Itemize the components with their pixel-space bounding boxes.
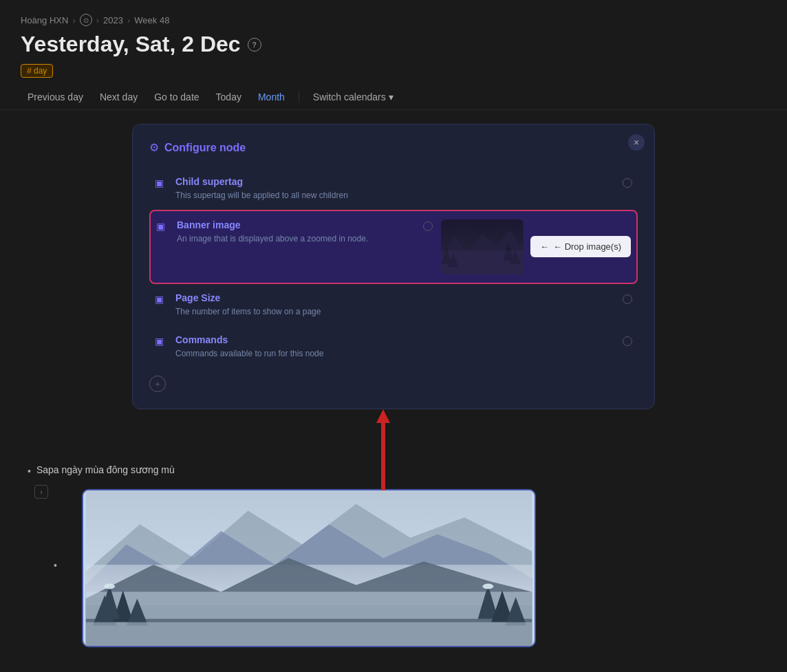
page-size-content: Page Size The number of items to show on…	[175, 292, 614, 318]
child-supertag-desc: This supertag will be applied to all new…	[175, 190, 614, 202]
banner-image-title: Banner image	[177, 219, 415, 230]
child-supertag-icon: ▣	[155, 177, 167, 188]
main-content: × ⚙ Configure node ▣ Child supertag This…	[0, 110, 787, 661]
modal-close-button[interactable]: ×	[628, 134, 645, 151]
nested-bullet: •	[54, 560, 57, 571]
header: Hoàng HXN › ⊙ › 2023 › Week 48 Yesterday…	[0, 0, 787, 85]
page-size-title: Page Size	[175, 292, 614, 303]
svg-rect-6	[441, 250, 524, 274]
nav-next-day[interactable]: Next day	[93, 89, 144, 105]
page-size-radio[interactable]	[623, 294, 632, 304]
configure-node-modal: × ⚙ Configure node ▣ Child supertag This…	[132, 124, 655, 409]
config-row-child-supertag: ▣ Child supertag This supertag will be a…	[149, 168, 638, 210]
switch-calendars-label: Switch calendars	[313, 91, 386, 102]
nav-divider	[299, 91, 299, 102]
nav-switch-calendars[interactable]: Switch calendars ▾	[306, 89, 400, 105]
large-banner-image	[82, 489, 536, 647]
config-row-page-size: ▣ Page Size The number of items to show …	[149, 284, 638, 326]
breadcrumb: Hoàng HXN › ⊙ › 2023 › Week 48	[21, 14, 766, 26]
breadcrumb-sep1: ›	[72, 15, 75, 25]
child-supertag-radio[interactable]	[623, 178, 632, 188]
day-tag[interactable]: # day	[21, 64, 53, 78]
breadcrumb-icon[interactable]: ⊙	[80, 14, 92, 26]
chevron-down-icon: ▾	[389, 91, 394, 102]
breadcrumb-sep3: ›	[127, 15, 130, 25]
breadcrumb-user[interactable]: Hoàng HXN	[21, 15, 68, 25]
banner-image-radio[interactable]	[423, 221, 433, 231]
svg-point-25	[482, 584, 493, 589]
commands-content: Commands Commands available to run for t…	[175, 334, 614, 360]
list-item-text[interactable]: Sapa ngày mùa đông sương mù	[36, 464, 175, 475]
breadcrumb-sep2: ›	[96, 15, 99, 25]
breadcrumb-year[interactable]: 2023	[103, 15, 123, 25]
config-row-commands: ▣ Commands Commands available to run for…	[149, 326, 638, 368]
expand-button[interactable]: ›	[34, 485, 48, 499]
banner-image-desc: An image that is displayed above a zoome…	[177, 233, 415, 245]
nav-today[interactable]: Today	[209, 89, 248, 105]
page-size-icon: ▣	[155, 294, 167, 305]
nav-month[interactable]: Month	[251, 89, 292, 105]
svg-rect-22	[86, 622, 532, 646]
thumbnail-area: ← ← Drop image(s)	[441, 219, 631, 274]
svg-point-24	[104, 584, 115, 589]
add-config-button[interactable]: +	[149, 376, 166, 392]
breadcrumb-week[interactable]: Week 48	[134, 15, 169, 25]
drop-images-button[interactable]: ← ← Drop image(s)	[530, 236, 631, 257]
commands-title: Commands	[175, 334, 614, 345]
image-row: › •	[34, 484, 759, 647]
commands-icon: ▣	[155, 336, 167, 347]
banner-image-icon: ▣	[156, 221, 169, 232]
nav-prev-day[interactable]: Previous day	[21, 89, 90, 105]
svg-marker-7	[376, 409, 390, 423]
help-icon[interactable]: ?	[248, 38, 261, 52]
arrow-left-icon: ←	[540, 241, 549, 252]
config-row-banner-image: ▣ Banner image An image that is displaye…	[149, 210, 638, 284]
nav-go-to-date[interactable]: Go to date	[147, 89, 206, 105]
child-supertag-content: Child supertag This supertag will be app…	[175, 176, 614, 202]
gear-icon: ⚙	[149, 141, 159, 154]
page-size-desc: The number of items to show on a page	[175, 306, 614, 318]
nav-bar: Previous day Next day Go to date Today M…	[0, 85, 787, 110]
page-title-text: Yesterday, Sat, 2 Dec	[21, 32, 241, 57]
child-supertag-title: Child supertag	[175, 176, 614, 187]
list-item-row: • Sapa ngày mùa đông sương mù	[28, 464, 759, 477]
svg-rect-14	[86, 592, 532, 619]
modal-title: Configure node	[164, 142, 246, 154]
banner-thumbnail	[441, 219, 524, 274]
list-bullet: •	[28, 466, 31, 477]
commands-desc: Commands available to run for this node	[175, 348, 614, 360]
page-title: Yesterday, Sat, 2 Dec ?	[21, 32, 766, 57]
commands-radio[interactable]	[623, 336, 632, 346]
modal-header: ⚙ Configure node	[149, 141, 638, 154]
banner-image-content: Banner image An image that is displayed …	[177, 219, 415, 245]
list-area: • Sapa ngày mùa đông sương mù › •	[21, 464, 766, 647]
drop-images-label: ← Drop image(s)	[553, 241, 621, 252]
